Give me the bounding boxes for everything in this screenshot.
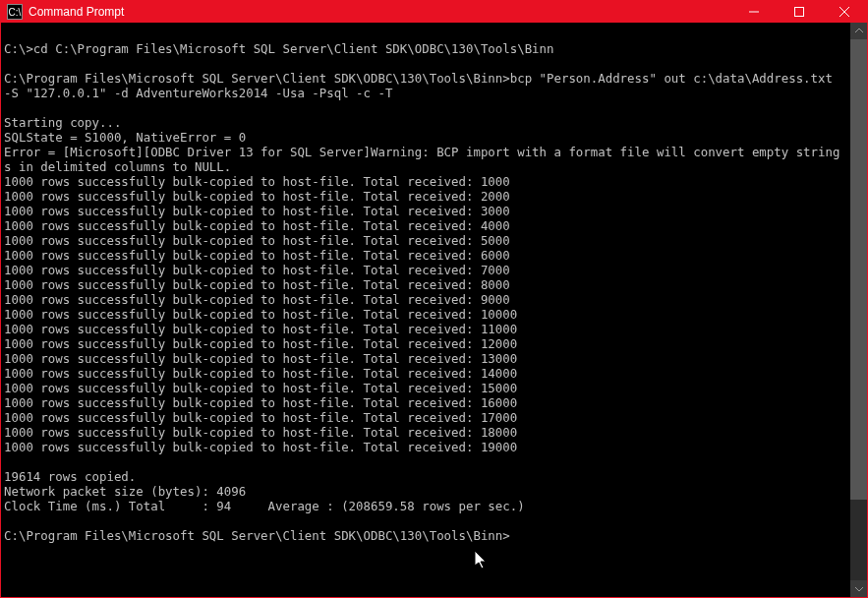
- scroll-down-button[interactable]: [850, 580, 867, 597]
- scroll-thumb[interactable]: [850, 39, 867, 500]
- terminal-line: 1000 rows successfully bulk-copied to ho…: [4, 381, 845, 395]
- close-button[interactable]: [822, 1, 867, 23]
- terminal-line: 1000 rows successfully bulk-copied to ho…: [4, 351, 845, 366]
- terminal-line: SQLState = S1000, NativeError = 0: [4, 130, 845, 145]
- minimize-button[interactable]: [731, 1, 777, 23]
- terminal-line: 1000 rows successfully bulk-copied to ho…: [4, 248, 845, 263]
- terminal-line: 19614 rows copied.: [4, 469, 845, 484]
- command-prompt-window: C:\ Command Prompt C:\>cd C:\Program Fil…: [0, 0, 868, 598]
- terminal-line: [4, 454, 845, 469]
- terminal-line: 1000 rows successfully bulk-copied to ho…: [4, 189, 845, 204]
- scroll-track[interactable]: [850, 39, 867, 580]
- terminal-line: 1000 rows successfully bulk-copied to ho…: [4, 307, 845, 322]
- terminal-line: 1000 rows successfully bulk-copied to ho…: [4, 440, 845, 454]
- chevron-up-icon: [855, 29, 863, 33]
- terminal-output[interactable]: C:\>cd C:\Program Files\Microsoft SQL Se…: [1, 23, 850, 597]
- chevron-down-icon: [855, 586, 863, 591]
- terminal-line: 1000 rows successfully bulk-copied to ho…: [4, 292, 845, 307]
- terminal-line: 1000 rows successfully bulk-copied to ho…: [4, 425, 845, 440]
- maximize-icon: [794, 7, 804, 17]
- terminal-line: Clock Time (ms.) Total : 94 Average : (2…: [4, 499, 845, 513]
- terminal-line: C:\>cd C:\Program Files\Microsoft SQL Se…: [4, 41, 845, 56]
- app-icon: C:\: [7, 4, 23, 20]
- close-icon: [839, 7, 849, 17]
- terminal-line: 1000 rows successfully bulk-copied to ho…: [4, 263, 845, 277]
- terminal-line: 1000 rows successfully bulk-copied to ho…: [4, 395, 845, 410]
- terminal-line: [4, 56, 845, 71]
- terminal-line: Starting copy...: [4, 115, 845, 130]
- terminal-line: [4, 100, 845, 115]
- window-title: Command Prompt: [29, 5, 731, 19]
- terminal-line: 1000 rows successfully bulk-copied to ho…: [4, 336, 845, 351]
- terminal-line: 1000 rows successfully bulk-copied to ho…: [4, 233, 845, 248]
- minimize-icon: [749, 7, 759, 17]
- terminal-line: 1000 rows successfully bulk-copied to ho…: [4, 204, 845, 218]
- terminal-line: [4, 513, 845, 528]
- terminal-line: 1000 rows successfully bulk-copied to ho…: [4, 410, 845, 425]
- terminal-line: 1000 rows successfully bulk-copied to ho…: [4, 174, 845, 189]
- terminal-line: Error = [Microsoft][ODBC Driver 13 for S…: [4, 145, 845, 174]
- scroll-up-button[interactable]: [850, 23, 867, 39]
- maximize-button[interactable]: [777, 1, 822, 23]
- terminal-line: 1000 rows successfully bulk-copied to ho…: [4, 322, 845, 336]
- terminal-line: 1000 rows successfully bulk-copied to ho…: [4, 218, 845, 233]
- terminal-wrapper: C:\>cd C:\Program Files\Microsoft SQL Se…: [1, 23, 867, 597]
- terminal-line: C:\Program Files\Microsoft SQL Server\Cl…: [4, 71, 845, 100]
- window-controls: [731, 1, 867, 23]
- terminal-line: Network packet size (bytes): 4096: [4, 484, 845, 499]
- terminal-line: 1000 rows successfully bulk-copied to ho…: [4, 277, 845, 292]
- svg-rect-1: [795, 8, 804, 17]
- vertical-scrollbar[interactable]: [850, 23, 867, 597]
- titlebar[interactable]: C:\ Command Prompt: [1, 1, 867, 23]
- terminal-line: [4, 27, 845, 41]
- terminal-line: C:\Program Files\Microsoft SQL Server\Cl…: [4, 528, 845, 543]
- terminal-line: 1000 rows successfully bulk-copied to ho…: [4, 366, 845, 381]
